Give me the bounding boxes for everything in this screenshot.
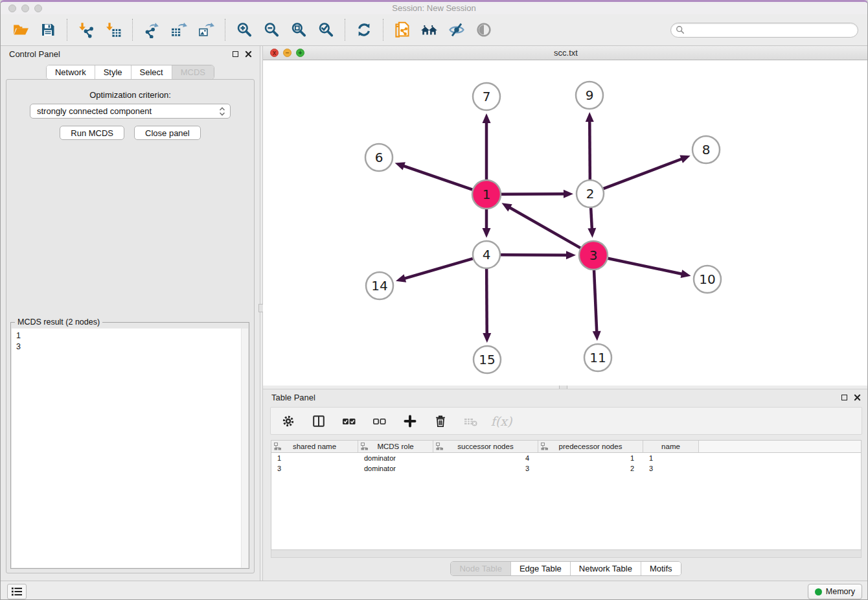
table-cell[interactable]: 2 (538, 465, 643, 472)
column-header-predecessor-nodes[interactable]: predecessor nodes (538, 441, 643, 452)
tab-mcds[interactable]: MCDS (172, 65, 214, 79)
table-row[interactable]: 1dominator411 (271, 453, 861, 463)
table-cell[interactable]: 3 (271, 465, 358, 472)
column-layout-button[interactable] (311, 413, 326, 429)
graph-edge-3-1[interactable] (508, 207, 580, 248)
search-icon (676, 25, 685, 34)
graph-edge-1-6[interactable] (402, 165, 472, 189)
graph-edge-2-9[interactable] (589, 120, 590, 179)
table-cell[interactable]: dominator (358, 465, 433, 472)
zoom-out-button[interactable] (258, 17, 285, 43)
graph-node-label-3: 3 (589, 248, 598, 263)
zoom-in-button[interactable] (231, 17, 258, 43)
graph-edge-2-3[interactable] (591, 208, 592, 230)
graph-edge-arrowhead (593, 331, 601, 341)
plus-icon (402, 413, 418, 429)
export-network-button[interactable] (138, 17, 165, 43)
tab-select[interactable]: Select (131, 65, 172, 79)
table-cell[interactable]: 3 (433, 465, 538, 472)
graph-edge-1-2[interactable] (501, 194, 565, 194)
save-session-button[interactable] (34, 17, 62, 43)
graph-edge-4-15[interactable] (486, 269, 487, 335)
optimization-criterion-label: Optimization criterion: (6, 90, 254, 100)
hide-graphics-details-button[interactable] (443, 17, 470, 43)
criterion-dropdown[interactable]: strongly connected component (30, 104, 231, 119)
close-panel-button[interactable]: Close panel (134, 126, 201, 140)
export-table-button[interactable] (165, 17, 192, 43)
show-graphics-details-button[interactable] (470, 17, 497, 43)
network-canvas[interactable]: 7968124314101511 (263, 60, 868, 386)
node-table: shared nameMCDS rolesuccessor nodesprede… (271, 440, 862, 550)
function-builder-button: f(x) (494, 413, 509, 429)
graph-edge-4-3[interactable] (501, 255, 568, 255)
tab-motifs[interactable]: Motifs (641, 562, 681, 575)
network-window-titlebar: x – + scc.txt (263, 46, 868, 60)
network-window-title: scc.txt (263, 48, 868, 58)
graph-edge-4-14[interactable] (403, 259, 472, 279)
tab-node-table[interactable]: Node Table (451, 562, 510, 575)
table-cell[interactable]: 4 (433, 454, 538, 462)
memory-button[interactable]: Memory (808, 584, 862, 599)
float-panel-icon[interactable] (233, 51, 238, 57)
graph-edge-2-8[interactable] (604, 158, 683, 189)
table-hscrollbar[interactable] (271, 550, 862, 558)
tab-style[interactable]: Style (95, 65, 131, 79)
column-header-shared-name[interactable]: shared name (271, 441, 358, 452)
deselect-all-columns-button[interactable] (372, 413, 387, 429)
table-panel: Table Panel (263, 389, 868, 581)
first-neighbors-button[interactable] (416, 17, 443, 43)
float-panel-icon[interactable] (841, 395, 847, 400)
criterion-dropdown-value: strongly connected component (37, 106, 152, 116)
open-session-button[interactable] (7, 17, 34, 43)
graph-edge-arrowhead (564, 190, 573, 198)
graph-edge-3-11[interactable] (594, 270, 597, 333)
tab-network-table[interactable]: Network Table (570, 562, 641, 575)
table-body: 1dominator4113dominator323 (271, 453, 861, 474)
search-input[interactable] (687, 24, 858, 36)
delete-column-button[interactable] (433, 413, 448, 429)
graph-node-label-14: 14 (371, 278, 387, 294)
graph-edge-arrowhead (681, 270, 691, 278)
table-cell[interactable]: 1 (271, 454, 358, 462)
zoom-fit-icon (290, 21, 307, 38)
clone-network-button[interactable] (389, 17, 416, 43)
zoom-fit-button[interactable] (285, 17, 312, 43)
column-header-MCDS-role[interactable]: MCDS role (358, 441, 433, 452)
add-column-button[interactable] (402, 413, 418, 429)
column-header-name[interactable]: name (643, 441, 699, 452)
export-table-icon (170, 21, 187, 38)
result-scrollbar[interactable] (241, 329, 248, 568)
dropdown-stepper-icon (219, 107, 225, 116)
table-cell[interactable]: 3 (643, 465, 699, 472)
zoom-out-icon (263, 21, 280, 38)
table-cell[interactable]: 1 (538, 454, 643, 462)
select-all-columns-button[interactable] (341, 413, 357, 429)
tab-network[interactable]: Network (47, 65, 95, 79)
zoom-selected-button[interactable] (312, 17, 339, 43)
mcds-result-area[interactable]: 1 3 (12, 329, 248, 568)
main-toolbar (1, 14, 867, 46)
table-toolbar: f(x) (270, 407, 862, 435)
table-settings-button[interactable] (280, 413, 296, 429)
toolbar-separator (383, 19, 383, 41)
network-graph: 7968124314101511 (263, 60, 868, 386)
graph-edge-arrowhead (680, 155, 690, 163)
hide-details-eye-icon (448, 21, 466, 39)
toolbar-separator (132, 19, 133, 41)
graph-node-label-9: 9 (586, 87, 594, 103)
refresh-view-button[interactable] (350, 17, 378, 43)
column-header-successor-nodes[interactable]: successor nodes (433, 441, 538, 452)
close-panel-icon[interactable] (245, 51, 252, 58)
import-network-button[interactable] (73, 17, 100, 43)
export-image-button[interactable] (192, 17, 220, 43)
table-cell[interactable]: dominator (358, 454, 433, 462)
table-cell[interactable]: 1 (643, 454, 699, 462)
tab-edge-table[interactable]: Edge Table (510, 562, 570, 575)
task-history-button[interactable] (7, 584, 27, 599)
table-row[interactable]: 3dominator323 (271, 463, 861, 474)
close-panel-icon[interactable] (854, 394, 861, 401)
graph-edge-3-10[interactable] (608, 259, 683, 274)
run-mcds-button[interactable]: Run MCDS (60, 126, 124, 140)
control-panel-tabgroup: NetworkStyleSelectMCDS (46, 65, 214, 80)
import-table-button[interactable] (100, 17, 127, 43)
